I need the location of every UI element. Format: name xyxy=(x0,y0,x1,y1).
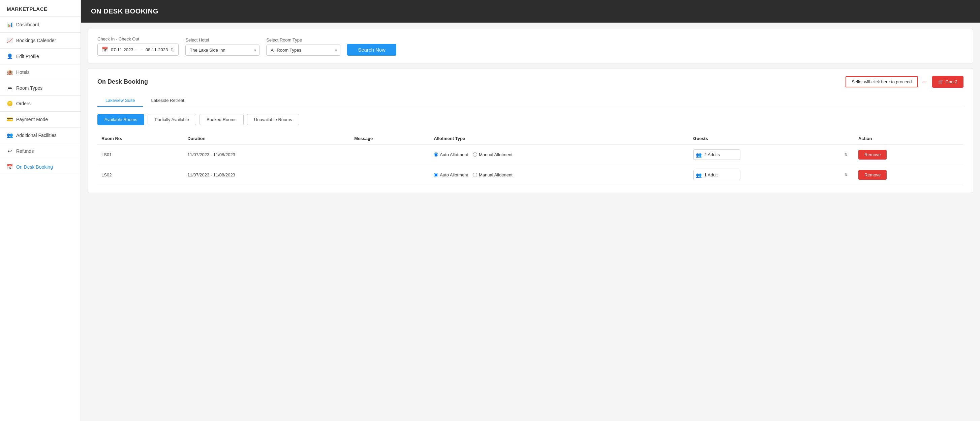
auto-allotment-radio[interactable] xyxy=(434,173,438,177)
room-type-select[interactable]: All Room Types Lakeview Suite Lakeside R… xyxy=(266,45,340,56)
message-cell xyxy=(350,145,430,165)
cart-button[interactable]: 🛒 Cart 2 xyxy=(932,76,964,88)
sidebar-item-label: Orders xyxy=(16,101,31,106)
table-row: LS01 11/07/2023 - 11/08/2023 Auto Allotm… xyxy=(97,145,964,165)
sidebar-item-orders[interactable]: 🪙 Orders xyxy=(0,96,81,112)
room-type-tabs: Lakeview Suite Lakeside Retreat xyxy=(97,94,964,107)
booking-actions: Seller will click here to proceed ← 🛒 Ca… xyxy=(846,76,964,88)
filter-unavailable-rooms[interactable]: Unavailable Rooms xyxy=(247,114,299,125)
manual-allotment-label[interactable]: Manual Allotment xyxy=(473,172,512,177)
booking-section-title: On Desk Booking xyxy=(97,78,148,85)
message-cell xyxy=(350,165,430,185)
sidebar-item-payment-mode[interactable]: 💳 Payment Mode xyxy=(0,112,81,128)
search-panel: Check In - Check Out 📅 07-11-2023 — 08-1… xyxy=(88,29,973,64)
col-message: Message xyxy=(350,132,430,145)
remove-button[interactable]: Remove xyxy=(858,150,887,159)
room-no-cell: LS02 xyxy=(97,165,183,185)
sidebar-item-dashboard[interactable]: 📊 Dashboard xyxy=(0,17,81,33)
col-room-no: Room No. xyxy=(97,132,183,145)
sidebar-item-label: On Desk Booking xyxy=(16,164,53,170)
sidebar-item-label: Room Types xyxy=(16,85,43,91)
edit-profile-icon: 👤 xyxy=(7,53,13,59)
table-row: LS02 11/07/2023 - 11/08/2023 Auto Allotm… xyxy=(97,165,964,185)
calendar-icon: 📅 xyxy=(102,46,108,53)
main-content: ON DESK BOOKING Check In - Check Out 📅 0… xyxy=(81,0,980,421)
col-duration: Duration xyxy=(183,132,350,145)
sidebar-item-refunds[interactable]: ↩ Refunds xyxy=(0,144,81,159)
manual-allotment-radio[interactable] xyxy=(473,173,477,177)
col-guests: Guests xyxy=(689,132,854,145)
sidebar-item-label: Hotels xyxy=(16,70,30,75)
guests-select[interactable]: 1 Adult 2 Adults 3 Adults 4 Adults xyxy=(693,170,740,180)
checkin-checkout-field: Check In - Check Out 📅 07-11-2023 — 08-1… xyxy=(97,37,178,56)
action-cell: Remove xyxy=(854,165,964,185)
sidebar-title: MARKETPLACE xyxy=(0,0,81,17)
on-desk-booking-icon: 📅 xyxy=(7,164,13,170)
room-type-select-wrapper: All Room Types Lakeview Suite Lakeside R… xyxy=(266,45,340,56)
payment-mode-icon: 💳 xyxy=(7,116,13,123)
auto-allotment-label[interactable]: Auto Allotment xyxy=(434,172,468,177)
sidebar-item-edit-profile[interactable]: 👤 Edit Profile xyxy=(0,49,81,64)
manual-allotment-label[interactable]: Manual Allotment xyxy=(473,152,512,157)
duration-cell: 11/07/2023 - 11/08/2023 xyxy=(183,145,350,165)
room-no-cell: LS01 xyxy=(97,145,183,165)
orders-icon: 🪙 xyxy=(7,100,13,107)
filter-available-rooms[interactable]: Available Rooms xyxy=(97,114,144,125)
booking-section: On Desk Booking Seller will click here t… xyxy=(88,68,973,193)
hotel-field: Select Hotel The Lake Side Inn Option 2 xyxy=(185,37,259,56)
room-types-icon: 🛏 xyxy=(7,85,13,91)
additional-facilities-icon: 👥 xyxy=(7,132,13,138)
search-now-button[interactable]: Search Now xyxy=(347,44,396,56)
sidebar-item-label: Bookings Calender xyxy=(16,38,56,43)
sidebar-item-label: Refunds xyxy=(16,148,34,154)
proceed-button[interactable]: Seller will click here to proceed xyxy=(846,76,918,88)
auto-allotment-radio[interactable] xyxy=(434,153,438,157)
sidebar-item-additional-facilities[interactable]: 👥 Additional Facilities xyxy=(0,128,81,144)
sidebar-item-hotels[interactable]: 🏨 Hotels xyxy=(0,64,81,80)
sidebar: MARKETPLACE 📊 Dashboard 📈 Bookings Calen… xyxy=(0,0,81,421)
duration-cell: 11/07/2023 - 11/08/2023 xyxy=(183,165,350,185)
guests-dropdown-icon: ⇅ xyxy=(845,173,848,177)
date-input[interactable]: 📅 07-11-2023 — 08-11-2023 ⇅ xyxy=(97,43,178,56)
booking-header: On Desk Booking Seller will click here t… xyxy=(97,76,964,88)
date-arrows-icon: ⇅ xyxy=(170,47,174,52)
sidebar-item-label: Dashboard xyxy=(16,22,40,27)
page-title: ON DESK BOOKING xyxy=(91,7,158,15)
guests-dropdown-icon: ⇅ xyxy=(845,153,848,157)
checkin-label: Check In - Check Out xyxy=(97,37,178,41)
auto-allotment-label[interactable]: Auto Allotment xyxy=(434,152,468,157)
date-separator: — xyxy=(136,47,143,52)
refunds-icon: ↩ xyxy=(7,148,13,154)
availability-filters: Available Rooms Partially Available Book… xyxy=(97,114,964,125)
cart-label: Cart 2 xyxy=(946,79,958,85)
col-allotment-type: Allotment Type xyxy=(430,132,689,145)
hotel-label: Select Hotel xyxy=(185,37,259,43)
arrow-right-icon: ← xyxy=(922,78,928,85)
sidebar-item-room-types[interactable]: 🛏 Room Types xyxy=(0,80,81,96)
rooms-table: Room No. Duration Message Allotment Type… xyxy=(97,132,964,185)
tab-lakeside-retreat[interactable]: Lakeside Retreat xyxy=(143,94,192,107)
checkout-value: 08-11-2023 xyxy=(146,47,168,52)
filter-partially-available[interactable]: Partially Available xyxy=(148,114,196,125)
cart-icon: 🛒 xyxy=(938,79,943,85)
room-type-field: Select Room Type All Room Types Lakeview… xyxy=(266,37,340,56)
main-header: ON DESK BOOKING xyxy=(81,0,980,22)
tab-lakeview-suite[interactable]: Lakeview Suite xyxy=(97,94,143,107)
sidebar-item-label: Edit Profile xyxy=(16,54,39,59)
sidebar-item-label: Additional Facilities xyxy=(16,132,57,138)
sidebar-item-bookings-calender[interactable]: 📈 Bookings Calender xyxy=(0,33,81,49)
room-type-label: Select Room Type xyxy=(266,37,340,43)
guests-select[interactable]: 1 Adult 2 Adults 3 Adults 4 Adults xyxy=(693,150,740,160)
hotel-select-wrapper: The Lake Side Inn Option 2 xyxy=(185,45,259,56)
hotel-select[interactable]: The Lake Side Inn Option 2 xyxy=(185,45,259,56)
guests-cell: 👥 1 Adult 2 Adults 3 Adults 4 Adults ⇅ xyxy=(689,145,854,165)
dashboard-icon: 📊 xyxy=(7,22,13,28)
manual-allotment-radio[interactable] xyxy=(473,153,477,157)
remove-button[interactable]: Remove xyxy=(858,170,887,180)
sidebar-item-label: Payment Mode xyxy=(16,117,48,122)
hotels-icon: 🏨 xyxy=(7,69,13,75)
sidebar-item-on-desk-booking[interactable]: 📅 On Desk Booking xyxy=(0,159,81,175)
checkin-value: 07-11-2023 xyxy=(111,47,134,52)
col-action: Action xyxy=(854,132,964,145)
filter-booked-rooms[interactable]: Booked Rooms xyxy=(199,114,243,125)
